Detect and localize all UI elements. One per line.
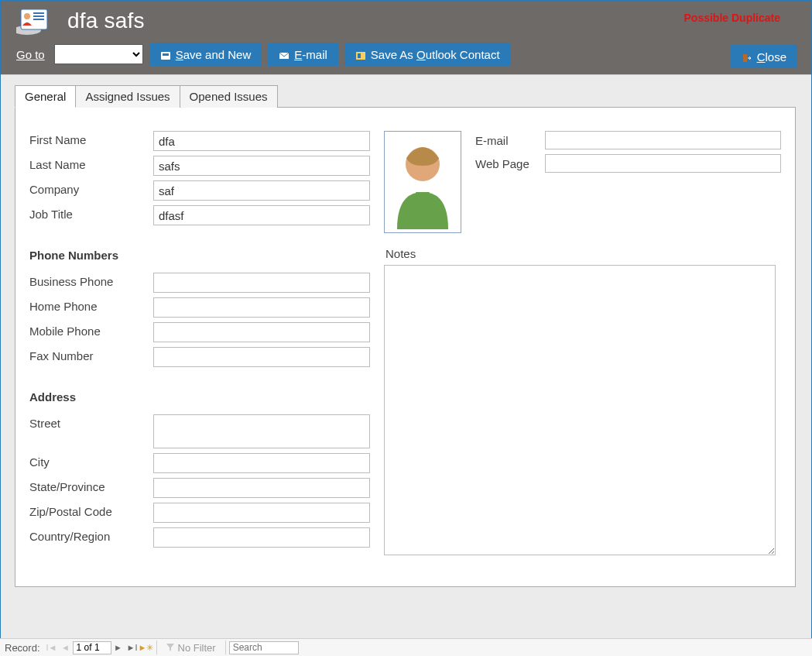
save-as-outlook-button[interactable]: Save As Outlook Contact [344, 43, 511, 66]
save-and-new-button[interactable]: Save and New [149, 43, 262, 66]
last-name-label: Last Name [29, 156, 153, 171]
street-input[interactable] [153, 414, 370, 448]
page-title: dfa safs [67, 9, 145, 33]
header-bar: dfa safs Possible Duplicate Go to Save a… [1, 1, 811, 74]
tab-assigned-issues[interactable]: Assigned Issues [75, 85, 180, 108]
record-position-input[interactable] [73, 641, 111, 654]
home-phone-label: Home Phone [29, 297, 153, 313]
general-panel: First Name Last Name Company Job Title P… [15, 107, 796, 587]
content-area: General Assigned Issues Opened Issues Fi… [1, 74, 811, 640]
toolbar: Go to Save and New E-mail Save As Outloo… [16, 43, 796, 66]
job-title-input[interactable] [153, 205, 370, 225]
email-label: E-mail [475, 134, 545, 147]
first-name-input[interactable] [153, 131, 370, 151]
svg-rect-3 [33, 15, 44, 17]
door-exit-icon [742, 52, 752, 61]
first-name-label: First Name [29, 131, 153, 146]
separator [156, 641, 157, 654]
svg-point-5 [24, 13, 30, 19]
home-phone-input[interactable] [153, 297, 370, 318]
fax-number-input[interactable] [153, 347, 370, 367]
mobile-phone-label: Mobile Phone [29, 322, 153, 338]
company-label: Company [29, 180, 153, 196]
address-section-heading: Address [29, 390, 370, 404]
state-input[interactable] [153, 478, 370, 498]
outlook-icon [355, 50, 366, 59]
contact-photo[interactable] [384, 131, 461, 233]
svg-rect-10 [358, 53, 361, 58]
country-label: Country/Region [29, 527, 153, 543]
country-input[interactable] [153, 527, 370, 548]
separator [225, 641, 226, 654]
svg-rect-11 [743, 54, 747, 62]
email-button[interactable]: E-mail [268, 43, 338, 66]
contact-card-icon [16, 7, 52, 35]
business-phone-label: Business Phone [29, 273, 153, 288]
prev-record-button[interactable]: ◄ [59, 641, 73, 655]
mail-icon [279, 50, 290, 59]
svg-rect-7 [163, 53, 169, 56]
email-input[interactable] [545, 131, 781, 149]
next-record-button[interactable]: ► [111, 641, 125, 655]
goto-dropdown[interactable] [54, 44, 143, 64]
zip-label: Zip/Postal Code [29, 503, 153, 518]
tab-general[interactable]: General [15, 85, 76, 108]
svg-rect-2 [33, 12, 44, 14]
job-title-label: Job Title [29, 205, 153, 221]
save-icon [160, 50, 171, 59]
search-input[interactable] [229, 641, 299, 654]
street-label: Street [29, 414, 153, 430]
last-name-input[interactable] [153, 156, 370, 176]
record-navigation-bar: Record: I◄ ◄ ► ►I ►✳ No Filter [0, 638, 812, 656]
filter-icon [165, 642, 176, 653]
close-button[interactable]: Close [731, 45, 797, 68]
webpage-label: Web Page [475, 157, 545, 170]
city-label: City [29, 453, 153, 469]
zip-input[interactable] [153, 503, 370, 523]
new-record-button[interactable]: ►✳ [139, 641, 153, 655]
business-phone-input[interactable] [153, 273, 370, 293]
webpage-input[interactable] [545, 154, 781, 173]
mobile-phone-input[interactable] [153, 322, 370, 342]
tab-opened-issues[interactable]: Opened Issues [180, 85, 278, 108]
last-record-button[interactable]: ►I [125, 641, 139, 655]
city-input[interactable] [153, 453, 370, 473]
fax-number-label: Fax Number [29, 347, 153, 362]
first-record-button[interactable]: I◄ [45, 641, 59, 655]
no-filter-label[interactable]: No Filter [178, 642, 216, 654]
company-input[interactable] [153, 180, 370, 201]
state-label: State/Province [29, 478, 153, 493]
svg-rect-4 [33, 19, 44, 20]
duplicate-warning: Possible Duplicate [684, 12, 780, 24]
goto-label: Go to [16, 48, 45, 61]
tabstrip: General Assigned Issues Opened Issues [15, 85, 803, 108]
record-label: Record: [0, 642, 45, 654]
notes-label: Notes [385, 247, 461, 260]
phone-section-heading: Phone Numbers [29, 249, 370, 262]
